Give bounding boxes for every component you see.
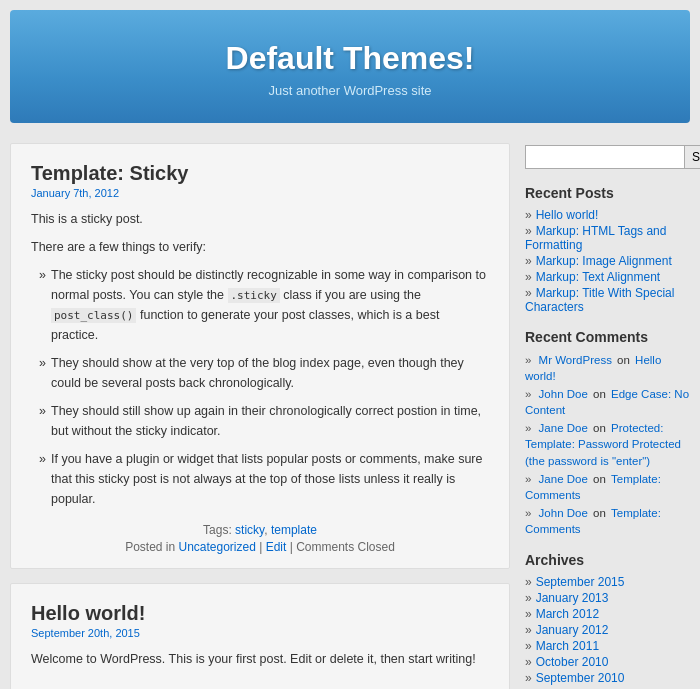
search-input[interactable] xyxy=(525,145,685,169)
main-content: Template: Sticky January 7th, 2012 This … xyxy=(10,143,510,689)
list-item: March 2012 xyxy=(525,606,690,622)
list-item: John Doe on Template: Comments xyxy=(525,504,690,538)
list-item: Markup: Title With Special Characters xyxy=(525,285,690,315)
post-hello-para: Welcome to WordPress. This is your first… xyxy=(31,649,489,669)
list-item: January 2013 xyxy=(525,590,690,606)
list-item: Jane Doe on Template: Comments xyxy=(525,470,690,504)
recent-post-link[interactable]: Markup: Text Alignment xyxy=(536,270,661,284)
archive-link[interactable]: October 2010 xyxy=(536,655,609,669)
comment-author-link[interactable]: Jane Doe xyxy=(539,473,588,485)
comment-author-link[interactable]: John Doe xyxy=(539,388,588,400)
recent-post-link[interactable]: Markup: Title With Special Characters xyxy=(525,286,674,314)
list-item: Markup: HTML Tags and Formatting xyxy=(525,223,690,253)
comment-author-link[interactable]: Jane Doe xyxy=(539,422,588,434)
post-tags: Tags: sticky, template xyxy=(31,523,489,537)
category-uncategorized[interactable]: Uncategorized xyxy=(179,540,256,554)
post-content-hello: Welcome to WordPress. This is your first… xyxy=(31,649,489,669)
post-title-sticky: Template: Sticky xyxy=(31,162,489,185)
list-item: January 2012 xyxy=(525,622,690,638)
post-content-sticky: This is a sticky post. There are a few t… xyxy=(31,209,489,509)
post-hello-world: Hello world! September 20th, 2015 Welcom… xyxy=(10,583,510,689)
list-item: Mr WordPress on Hello world! xyxy=(525,351,690,385)
list-item: Jane Doe on Protected: Template: Passwor… xyxy=(525,419,690,469)
archives-title: Archives xyxy=(525,552,690,568)
archive-link[interactable]: January 2012 xyxy=(536,623,609,637)
site-header: Default Themes! Just another WordPress s… xyxy=(10,10,690,123)
comment-author-link[interactable]: Mr WordPress xyxy=(539,354,612,366)
recent-comments-title: Recent Comments xyxy=(525,329,690,345)
archive-link[interactable]: January 2013 xyxy=(536,591,609,605)
post-list: The sticky post should be distinctly rec… xyxy=(39,265,489,509)
tag-template[interactable]: template xyxy=(271,523,317,537)
post-footer-sticky: Tags: sticky, template Posted in Uncateg… xyxy=(31,523,489,554)
archive-link[interactable]: March 2011 xyxy=(536,639,599,653)
list-item: September 2015 xyxy=(525,574,690,590)
recent-post-link[interactable]: Hello world! xyxy=(536,208,599,222)
archives-list: September 2015 January 2013 March 2012 J… xyxy=(525,574,690,689)
recent-posts-title: Recent Posts xyxy=(525,185,690,201)
list-item-3: They should still show up again in their… xyxy=(39,401,489,441)
list-item: Markup: Image Alignment xyxy=(525,253,690,269)
recent-comments-widget: Recent Comments Mr WordPress on Hello wo… xyxy=(525,329,690,538)
archive-link[interactable]: March 2012 xyxy=(536,607,599,621)
list-item-1: The sticky post should be distinctly rec… xyxy=(39,265,489,345)
site-subtitle: Just another WordPress site xyxy=(30,83,670,98)
post-meta: Posted in Uncategorized | Edit | Comment… xyxy=(31,540,489,554)
search-widget: Search xyxy=(525,145,690,169)
archive-link[interactable]: September 2010 xyxy=(536,671,625,685)
recent-post-link[interactable]: Markup: HTML Tags and Formatting xyxy=(525,224,666,252)
sidebar: Search Recent Posts Hello world! Markup:… xyxy=(525,143,690,689)
list-item: Hello world! xyxy=(525,207,690,223)
list-item-4: If you have a plugin or widget that list… xyxy=(39,449,489,509)
recent-posts-widget: Recent Posts Hello world! Markup: HTML T… xyxy=(525,185,690,315)
comment-author-link[interactable]: John Doe xyxy=(539,507,588,519)
edit-link[interactable]: Edit xyxy=(266,540,287,554)
post-para-2: There are a few things to verify: xyxy=(31,237,489,257)
list-item: Markup: Text Alignment xyxy=(525,269,690,285)
post-title-hello: Hello world! xyxy=(31,602,489,625)
archives-widget: Archives September 2015 January 2013 Mar… xyxy=(525,552,690,689)
post-sticky: Template: Sticky January 7th, 2012 This … xyxy=(10,143,510,569)
list-item: September 2010 xyxy=(525,670,690,686)
search-button[interactable]: Search xyxy=(685,145,700,169)
list-item: March 2011 xyxy=(525,638,690,654)
tag-sticky[interactable]: sticky xyxy=(235,523,264,537)
recent-comments-list: Mr WordPress on Hello world! John Doe on… xyxy=(525,351,690,538)
post-para-1: This is a sticky post. xyxy=(31,209,489,229)
post-date-hello: September 20th, 2015 xyxy=(31,627,489,639)
list-item: October 2010 xyxy=(525,654,690,670)
recent-post-link[interactable]: Markup: Image Alignment xyxy=(536,254,672,268)
site-title: Default Themes! xyxy=(30,40,670,77)
post-date-sticky: January 7th, 2012 xyxy=(31,187,489,199)
recent-posts-list: Hello world! Markup: HTML Tags and Forma… xyxy=(525,207,690,315)
list-item-2: They should show at the very top of the … xyxy=(39,353,489,393)
list-item: John Doe on Edge Case: No Content xyxy=(525,385,690,419)
archive-link[interactable]: September 2015 xyxy=(536,575,625,589)
